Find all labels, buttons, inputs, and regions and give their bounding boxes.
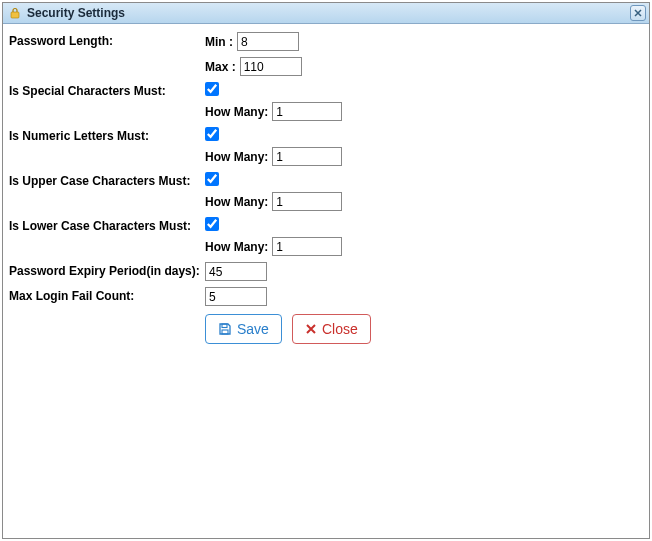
min-label: Min :	[205, 35, 233, 49]
svg-rect-1	[222, 324, 227, 328]
save-icon	[218, 322, 232, 336]
lowercase-howmany-label: How Many:	[205, 240, 268, 254]
uppercase-checkbox[interactable]	[205, 172, 219, 186]
expiry-label: Password Expiry Period(in days):	[9, 262, 205, 278]
numeric-checkbox[interactable]	[205, 127, 219, 141]
special-chars-howmany-label: How Many:	[205, 105, 268, 119]
titlebar: Security Settings	[3, 3, 649, 24]
max-fail-label: Max Login Fail Count:	[9, 287, 205, 303]
save-button[interactable]: Save	[205, 314, 282, 344]
window-title: Security Settings	[27, 6, 125, 20]
svg-rect-0	[11, 12, 19, 18]
lowercase-label: Is Lower Case Characters Must:	[9, 217, 205, 233]
close-icon	[634, 9, 642, 17]
uppercase-howmany-label: How Many:	[205, 195, 268, 209]
numeric-label: Is Numeric Letters Must:	[9, 127, 205, 143]
numeric-howmany-label: How Many:	[205, 150, 268, 164]
numeric-howmany-input[interactable]	[272, 147, 342, 166]
uppercase-label: Is Upper Case Characters Must:	[9, 172, 205, 188]
password-max-input[interactable]	[240, 57, 302, 76]
window-close-button[interactable]	[630, 5, 646, 21]
max-fail-input[interactable]	[205, 287, 267, 306]
security-settings-window: Security Settings Password Length: Min :…	[2, 2, 650, 539]
password-length-label: Password Length:	[9, 32, 205, 48]
lowercase-checkbox[interactable]	[205, 217, 219, 231]
special-chars-label: Is Special Characters Must:	[9, 82, 205, 98]
max-label: Max :	[205, 60, 236, 74]
content-area: Password Length: Min : Max : Is Special …	[3, 24, 649, 352]
lowercase-howmany-input[interactable]	[272, 237, 342, 256]
uppercase-howmany-input[interactable]	[272, 192, 342, 211]
security-icon	[7, 5, 23, 21]
password-min-input[interactable]	[237, 32, 299, 51]
save-button-label: Save	[237, 321, 269, 337]
expiry-input[interactable]	[205, 262, 267, 281]
close-button[interactable]: Close	[292, 314, 371, 344]
close-x-icon	[305, 323, 317, 335]
close-button-label: Close	[322, 321, 358, 337]
special-chars-howmany-input[interactable]	[272, 102, 342, 121]
special-chars-checkbox[interactable]	[205, 82, 219, 96]
